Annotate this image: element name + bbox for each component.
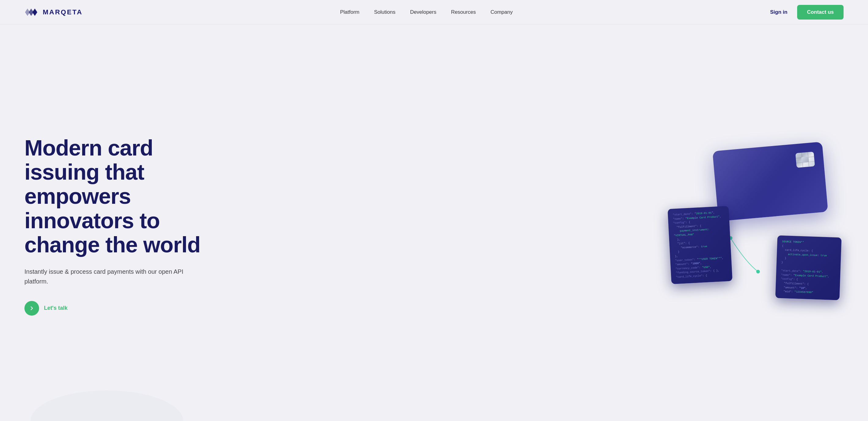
hero-title: Modern card issuing that empowers innova… xyxy=(25,136,208,257)
nav-company[interactable]: Company xyxy=(491,9,513,15)
lets-talk-label[interactable]: Let's talk xyxy=(44,305,67,311)
navigation: MARQETA Platform Solutions Developers Re… xyxy=(0,0,868,25)
nav-links: Platform Solutions Developers Resources … xyxy=(340,9,513,15)
code-panel-2: SOURCE TOKEN** { card_life_cycle: { acti… xyxy=(775,236,841,300)
hero-subtitle: Instantly issue & process card payments … xyxy=(25,267,208,286)
hero-section: Modern card issuing that empowers innova… xyxy=(0,25,868,421)
bottom-wave xyxy=(0,390,868,421)
svg-point-1 xyxy=(756,270,760,273)
sign-in-button[interactable]: Sign in xyxy=(770,9,787,15)
nav-platform[interactable]: Platform xyxy=(340,9,359,15)
cta-circle-button[interactable] xyxy=(25,301,39,315)
hero-content: Modern card issuing that empowers innova… xyxy=(25,136,208,315)
nav-actions: Sign in Contact us xyxy=(770,5,843,20)
logo-text: MARQETA xyxy=(43,8,83,16)
contact-us-button[interactable]: Contact us xyxy=(797,5,843,20)
cta-row: Let's talk xyxy=(25,301,208,315)
code-panel-1: "start_date": "2019-01-01", "name": "Exa… xyxy=(668,206,733,284)
credit-card xyxy=(713,142,828,221)
nav-developers[interactable]: Developers xyxy=(410,9,436,15)
nav-resources[interactable]: Resources xyxy=(451,9,476,15)
card-chip xyxy=(795,152,815,168)
hero-visual: "start_date": "2019-01-01", "name": "Exa… xyxy=(660,146,843,305)
logo-icon xyxy=(25,7,40,18)
nav-solutions[interactable]: Solutions xyxy=(374,9,396,15)
chevron-right-icon xyxy=(29,305,35,311)
logo-link[interactable]: MARQETA xyxy=(25,7,83,18)
